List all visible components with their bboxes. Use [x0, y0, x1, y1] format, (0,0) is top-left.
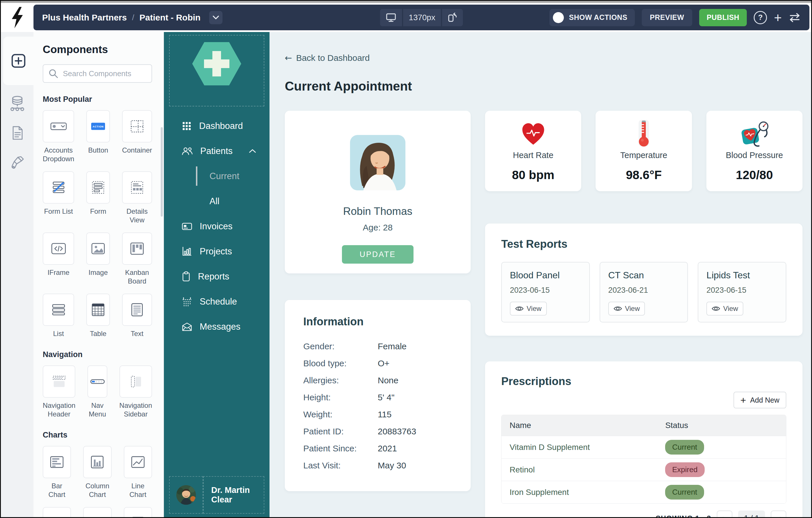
rail-tab-theme[interactable]	[9, 155, 25, 171]
rotate-viewport-button[interactable]	[442, 9, 463, 26]
search-input[interactable]	[63, 69, 146, 78]
back-to-dashboard-link[interactable]: ← Back to Dashboard	[285, 53, 370, 63]
component-grid-most-popular: Accounts DropdownACTIONButtonContainerFo…	[43, 110, 152, 338]
rail-tab-insert[interactable]	[3, 37, 33, 85]
info-row-height-: Height:5' 4"	[303, 389, 452, 406]
component-tile-number[interactable]: 500	[83, 507, 111, 517]
component-tile-accounts-dropdown[interactable]	[43, 110, 74, 143]
swap-arrows-button[interactable]	[789, 13, 801, 23]
view-report-button[interactable]: View	[510, 302, 547, 315]
sidebar-subitem-all[interactable]: All	[164, 189, 269, 214]
viewport-width-value[interactable]: 1370px	[403, 9, 441, 26]
component-tile-table[interactable]	[86, 294, 110, 326]
page-title: Current Appointment	[285, 79, 803, 93]
next-page-button[interactable]: →	[771, 511, 786, 517]
app-name[interactable]: Plus Health Partners	[42, 13, 127, 23]
show-actions-label: SHOW ACTIONS	[569, 13, 627, 22]
component-cell-navigation-sidebar: Navigation Sidebar	[119, 365, 152, 419]
viewport-device-button[interactable]	[380, 9, 402, 26]
sidebar-item-patients[interactable]: Patients	[164, 139, 269, 163]
sidebar-item-schedule[interactable]: Schedule	[164, 289, 269, 314]
component-tile-kanban-board[interactable]	[122, 233, 152, 265]
component-tile-container[interactable]	[122, 110, 152, 143]
view-report-button[interactable]: View	[706, 302, 743, 315]
sidebar-item-messages[interactable]: Messages	[164, 314, 269, 339]
help-button[interactable]: ?	[754, 11, 767, 24]
sidebar-item-label: Projects	[200, 246, 232, 257]
show-actions-toggle[interactable]: SHOW ACTIONS	[549, 9, 635, 26]
update-button[interactable]: UPDATE	[342, 245, 413, 264]
component-tile-column-chart[interactable]	[83, 446, 111, 478]
status-badge: Current	[665, 440, 704, 455]
rail-tab-group	[1, 95, 33, 171]
vital-value: 120/80	[706, 168, 803, 182]
table-header-row: Name Status	[501, 415, 786, 436]
showing-label: SHOWING 1 - 3	[656, 514, 711, 517]
component-tile-text[interactable]	[122, 294, 152, 326]
chevron-up-icon[interactable]	[248, 148, 257, 154]
component-tile-gantt-chart[interactable]	[124, 507, 152, 517]
sidebar-item-invoices[interactable]: Invoices	[164, 214, 269, 239]
component-tile-line-chart[interactable]	[124, 446, 152, 478]
component-tile-form[interactable]	[86, 171, 110, 204]
user-name: Dr. Martin Clear	[211, 485, 264, 505]
page-dropdown-button[interactable]	[209, 11, 223, 24]
component-cell-form: Form	[86, 171, 110, 224]
vital-card-heart-rate: Heart Rate80 bpm	[485, 111, 581, 191]
sidebar-item-projects[interactable]: Projects	[164, 239, 269, 264]
component-tile-details-view[interactable]	[122, 171, 152, 204]
component-tile-form-list[interactable]	[43, 171, 74, 204]
add-page-button[interactable]: +	[774, 11, 782, 24]
panel-scrollbar[interactable]	[161, 127, 163, 217]
app-logo-container	[169, 35, 264, 106]
sidebar-item-label: Messages	[200, 322, 240, 332]
component-tile-navigation-header[interactable]	[43, 365, 75, 398]
component-tile-image[interactable]	[86, 233, 110, 265]
sidebar-user[interactable]: Dr. Martin Clear	[169, 476, 264, 514]
information-card: Information Gender:FemaleBlood type:O+Al…	[285, 300, 471, 491]
info-value: None	[378, 375, 399, 385]
view-report-button[interactable]: View	[608, 302, 645, 315]
plus-icon: +	[741, 395, 746, 405]
info-label: Patient ID:	[303, 427, 378, 436]
info-row-last-visit-: Last Visit:May 30	[303, 457, 452, 474]
rail-tab-pages[interactable]	[10, 125, 25, 141]
view-label: View	[723, 305, 738, 313]
preview-button[interactable]: PREVIEW	[642, 9, 692, 26]
sidebar-subitem-label: All	[209, 196, 219, 207]
component-tile-navigation-sidebar[interactable]	[119, 365, 152, 398]
info-label: Allergies:	[303, 375, 378, 385]
prev-page-button[interactable]: ←	[717, 511, 732, 517]
component-cell-form-list: Form List	[43, 171, 74, 224]
gantt-chart	[129, 516, 146, 517]
component-tile-pie-chart[interactable]	[43, 507, 71, 517]
component-tile-iframe[interactable]	[43, 233, 74, 265]
sidebar-item-reports[interactable]: Reports	[164, 264, 269, 289]
component-cell-column-chart: Column Chart	[83, 446, 111, 499]
builder-logo[interactable]	[1, 3, 33, 32]
app-menu: DashboardPatientsCurrentAllInvoicesProje…	[164, 113, 269, 339]
report-card-ct-scan: CT Scan2023-06-21View	[600, 262, 688, 323]
number: 500	[89, 516, 106, 517]
eye-icon	[515, 305, 524, 312]
sidebar-subitem-current[interactable]: Current	[164, 163, 269, 189]
eye-icon	[613, 305, 622, 312]
component-label: Details View	[122, 207, 152, 224]
component-cell-details-view: Details View	[122, 171, 152, 224]
vital-card-blood-pressure: Blood Pressure120/80	[706, 111, 803, 191]
breadcrumb-separator: /	[132, 13, 134, 22]
component-tile-button[interactable]: ACTION	[86, 110, 110, 143]
sidebar-item-dashboard[interactable]: Dashboard	[164, 113, 269, 139]
page-name[interactable]: Patient - Robin	[139, 13, 201, 23]
info-value: May 30	[378, 461, 406, 470]
component-tile-bar-chart[interactable]	[43, 446, 71, 478]
component-tile-nav-menu[interactable]	[87, 365, 107, 398]
pie-chart	[48, 516, 65, 517]
add-new-button[interactable]: + Add New	[733, 392, 786, 408]
component-tile-list[interactable]	[43, 294, 74, 326]
topbar-actions: SHOW ACTIONS PREVIEW PUBLISH ? +	[549, 9, 801, 26]
info-row-weight-: Weight:115	[303, 406, 452, 423]
info-label: Height:	[303, 393, 378, 402]
rail-tab-data[interactable]	[9, 95, 25, 112]
publish-button[interactable]: PUBLISH	[699, 9, 747, 26]
